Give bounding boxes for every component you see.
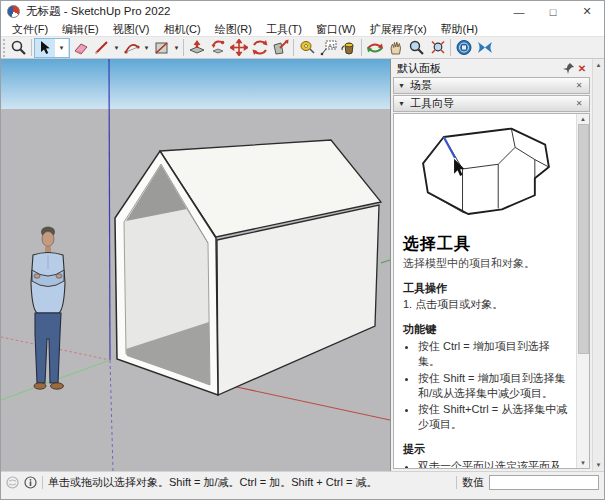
zoom-button[interactable] [406,38,427,58]
geolocation-icon[interactable] [6,476,19,489]
panel-title: 默认面板 [397,61,441,76]
modifier-item: 按住 Shift = 增加项目到选择集和/或从选择集中减少项目。 [418,371,569,401]
menu-help[interactable]: 帮助(H) [434,22,485,37]
sky [1,59,390,109]
tips-list: 双击一个平面以选定该平面及其所有边线。 双击一条边线以选定该边线及与其共享的平面… [418,459,569,468]
instructor-scrollbar[interactable]: ▲ ▼ [576,114,589,468]
section-instructor[interactable]: ▼ 工具向导 ✕ [393,95,590,112]
measurements-input[interactable] [489,475,599,490]
rectangle-dropdown-button[interactable]: ▼ [172,45,181,51]
section-scenes-label: 场景 [410,78,432,93]
menu-draw[interactable]: 绘图(R) [208,22,259,37]
zoom-tool-button[interactable] [8,38,29,58]
maximize-button[interactable]: □ [536,1,570,22]
orbit-tool-button[interactable] [364,38,385,58]
line-dropdown-button[interactable]: ▼ [112,45,121,51]
sketchup-logo-icon [7,5,20,18]
toolbar-grip [3,39,7,57]
select-tool-button[interactable] [35,39,55,57]
paint-bucket-tool-button[interactable] [338,38,359,58]
status-hint: 单击或拖动以选择对象。Shift = 加/减。Ctrl = 加。Shift + … [48,475,377,490]
move-tool-button[interactable] [228,38,249,58]
push-pull-tool-button[interactable] [186,38,207,58]
instructor-content: 选择工具 选择模型中的项目和对象。 工具操作 1. 点击项目或对象。 功能键 按… [394,114,576,468]
panel-header: 默认面板 ✕ [391,59,592,76]
tape-measure-tool-button[interactable] [296,38,317,58]
modifier-item: 按住 Ctrl = 增加项目到选择集。 [418,339,569,369]
pan-tool-button[interactable] [385,38,406,58]
pin-icon[interactable] [563,62,575,74]
operation-heading: 工具操作 [403,281,569,296]
text-tool-button[interactable]: A1 [317,38,338,58]
scroll-up-icon[interactable]: ▲ [580,115,586,123]
status-bar: 单击或拖动以选择对象。Shift = 加/减。Ctrl = 加。Shift + … [1,471,604,492]
operation-item: 1. 点击项目或对象。 [403,297,569,312]
menu-view[interactable]: 视图(V) [106,22,157,37]
section-scenes-close-button[interactable]: ✕ [573,81,585,90]
model-viewport[interactable] [1,59,391,471]
tip-item: 双击一个平面以选定该平面及其所有边线。 [418,459,569,468]
panel-column: 默认面板 ✕ ▼ 场景 ✕ ▼ 工具向导 ✕ [391,59,592,471]
instructor-house-illustration [406,122,566,230]
collapse-arrow-icon[interactable]: ▼ [398,100,405,107]
toolbar: ▼ ▼ ▼ ▼ [1,37,604,59]
modifier-heading: 功能键 [403,322,569,337]
arc-dropdown-button[interactable]: ▼ [142,45,151,51]
eraser-tool-button[interactable] [70,38,91,58]
instructor-toggle-icon[interactable] [24,476,37,489]
extension-warehouse-button[interactable] [474,38,495,58]
default-tray-panel: 默认面板 ✕ ▼ 场景 ✕ ▼ 工具向导 ✕ [391,59,604,471]
menu-tools[interactable]: 工具(T) [259,22,309,37]
section-instructor-label: 工具向导 [410,96,454,111]
scroll-up-icon[interactable]: ▲ [596,61,602,69]
instructor-panel: 选择工具 选择模型中的项目和对象。 工具操作 1. 点击项目或对象。 功能键 按… [393,113,590,469]
status-separator [456,476,457,489]
select-dropdown-button[interactable]: ▼ [55,39,68,57]
toolbar-separator [361,39,362,56]
measurements: 数值 [456,475,599,490]
tips-heading: 提示 [403,442,569,457]
toolbar-separator [183,39,184,56]
toolbar-separator [31,39,32,56]
menu-camera[interactable]: 相机(C) [156,22,207,37]
menu-edit[interactable]: 编辑(E) [55,22,106,37]
app-window: 无标题 - SketchUp Pro 2022 — □ ✕ 文件(F) 编辑(E… [0,0,605,500]
menu-window[interactable]: 窗口(W) [309,22,363,37]
scroll-down-icon[interactable]: ▼ [580,459,586,467]
rotate-tool-button[interactable] [249,38,270,58]
instructor-title: 选择工具 [403,234,569,255]
menu-bar: 文件(F) 编辑(E) 视图(V) 相机(C) 绘图(R) 工具(T) 窗口(W… [1,22,604,37]
section-instructor-close-button[interactable]: ✕ [573,99,585,108]
model-scene [1,59,390,471]
scrollbar-thumb[interactable] [578,124,589,354]
window-title: 无标题 - SketchUp Pro 2022 [26,4,170,19]
scale-tool-button[interactable] [270,38,291,58]
menu-file[interactable]: 文件(F) [5,22,55,37]
arc-tool-button[interactable] [121,38,142,58]
line-tool-button[interactable] [91,38,112,58]
svg-text:A1: A1 [328,43,336,49]
modifier-item: 按住 Shift+Ctrl = 从选择集中减少项目。 [418,402,569,432]
rectangle-tool-button[interactable] [151,38,172,58]
3d-warehouse-button[interactable] [453,38,474,58]
modifier-list: 按住 Ctrl = 增加项目到选择集。 按住 Shift = 增加项目到选择集和… [418,339,569,432]
scroll-down-icon[interactable]: ▼ [596,461,602,469]
instructor-subtitle: 选择模型中的项目和对象。 [403,256,569,271]
toolbar-separator [293,39,294,56]
collapse-arrow-icon[interactable]: ▼ [398,82,405,89]
minimize-button[interactable]: — [502,1,536,22]
follow-me-tool-button[interactable] [207,38,228,58]
menu-extensions[interactable]: 扩展程序(x) [363,22,434,37]
panel-close-button[interactable]: ✕ [575,63,589,74]
select-tool-group: ▼ [34,38,70,58]
toolbar-separator [450,39,451,56]
measurements-label: 数值 [462,475,484,490]
window-bottom-edge [1,492,604,500]
title-bar: 无标题 - SketchUp Pro 2022 — □ ✕ [1,1,604,22]
panel-scrollbar[interactable]: ▲ ▼ [592,59,604,471]
zoom-extents-button[interactable] [427,38,448,58]
section-scenes[interactable]: ▼ 场景 ✕ [393,77,590,94]
status-separator [42,476,43,489]
close-button[interactable]: ✕ [570,1,604,22]
main-area: 默认面板 ✕ ▼ 场景 ✕ ▼ 工具向导 ✕ [1,59,604,471]
